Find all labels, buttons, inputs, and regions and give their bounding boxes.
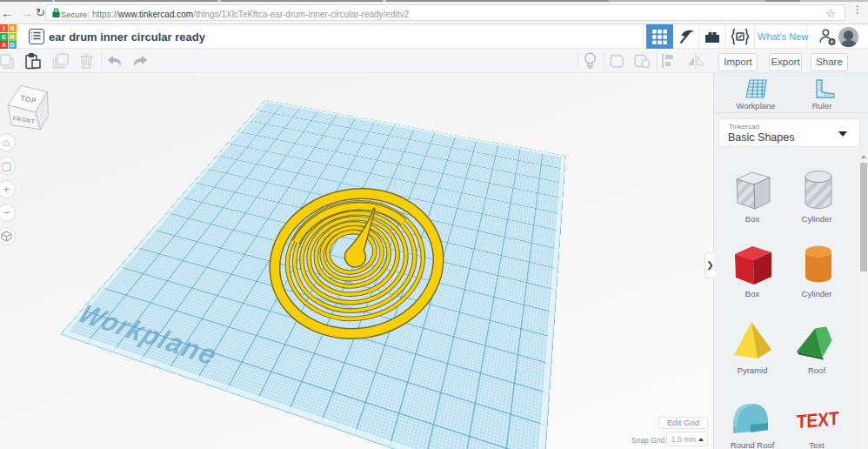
svg-text:TEXT: TEXT <box>797 407 839 432</box>
